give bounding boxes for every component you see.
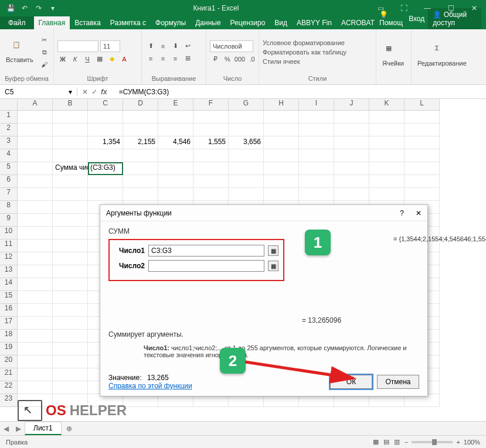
zoom-out-icon[interactable]: − xyxy=(405,439,408,446)
col-e[interactable]: E xyxy=(158,99,193,111)
cell-A21[interactable] xyxy=(18,368,53,381)
row-head[interactable]: 2 xyxy=(0,124,18,136)
cell-C5[interactable]: (C3:G3) xyxy=(88,162,123,175)
cell-C6[interactable] xyxy=(88,175,123,188)
tab-layout[interactable]: Разметка с xyxy=(106,16,151,29)
cell-A18[interactable] xyxy=(18,330,53,343)
cell-A22[interactable] xyxy=(18,381,53,394)
cell-A15[interactable] xyxy=(18,291,53,304)
cell-D3[interactable]: 2,155 xyxy=(123,136,158,149)
arg2-refedit-icon[interactable]: ▦ xyxy=(268,261,278,271)
cell-L3[interactable] xyxy=(405,136,440,149)
row-head[interactable]: 9 xyxy=(0,214,18,227)
bold-icon[interactable]: Ж xyxy=(57,54,68,64)
sheet-nav-prev-icon[interactable]: ◀ xyxy=(0,425,12,433)
cell-C2[interactable] xyxy=(88,124,123,136)
cell-B1[interactable] xyxy=(53,111,88,124)
row-head[interactable]: 18 xyxy=(0,330,18,343)
row-head[interactable]: 19 xyxy=(0,343,18,355)
cell-K5[interactable] xyxy=(369,162,405,175)
cell-B18[interactable] xyxy=(53,330,88,343)
format-painter-icon[interactable]: 🖌 xyxy=(39,59,50,70)
customize-qat-icon[interactable]: ▾ xyxy=(47,2,59,14)
cancel-button[interactable]: Отмена xyxy=(377,375,419,389)
cell-I4[interactable] xyxy=(299,149,334,162)
number-format-select[interactable]: Числовой xyxy=(210,40,253,52)
cell-styles-button[interactable]: Стили ячеек xyxy=(263,58,346,65)
fill-color-icon[interactable]: ◆ xyxy=(107,54,117,64)
cell-G5[interactable] xyxy=(229,162,264,175)
align-center-icon[interactable]: ≡ xyxy=(158,53,168,64)
col-c[interactable]: C xyxy=(88,99,123,111)
cell-F3[interactable]: 1,555 xyxy=(193,136,229,149)
cell-J3[interactable] xyxy=(334,136,369,149)
cell-I2[interactable] xyxy=(299,124,334,136)
tab-formulas[interactable]: Формулы xyxy=(151,16,191,29)
ribbon-options-icon[interactable]: ▭ xyxy=(369,4,392,12)
cell-L4[interactable] xyxy=(405,149,440,162)
tab-data[interactable]: Данные xyxy=(191,16,225,29)
chevron-down-icon[interactable]: ▾ xyxy=(69,88,72,96)
cell-J4[interactable] xyxy=(334,149,369,162)
cell-B19[interactable] xyxy=(53,343,88,355)
row-head[interactable]: 23 xyxy=(0,394,18,407)
cell-A1[interactable] xyxy=(18,111,53,124)
align-bottom-icon[interactable]: ⬇ xyxy=(170,41,181,52)
cell-B21[interactable] xyxy=(53,368,88,381)
inc-decimal-icon[interactable]: .0 xyxy=(247,54,257,64)
cell-J5[interactable] xyxy=(334,162,369,175)
cell-J7[interactable] xyxy=(334,188,369,201)
cell-L6[interactable] xyxy=(405,175,440,188)
cell-H3[interactable] xyxy=(264,136,299,149)
cell-L1[interactable] xyxy=(405,111,440,124)
maximize-icon[interactable]: ☐ xyxy=(439,4,463,12)
zoom-control[interactable]: − + 100% xyxy=(405,439,480,446)
cell-J6[interactable] xyxy=(334,175,369,188)
row-head[interactable]: 14 xyxy=(0,278,18,291)
tab-abbyy[interactable]: ABBYY Fin xyxy=(292,16,337,29)
cell-H4[interactable] xyxy=(264,149,299,162)
cell-E3[interactable]: 4,546 xyxy=(158,136,193,149)
cell-B6[interactable] xyxy=(53,175,88,188)
cell-H2[interactable] xyxy=(264,124,299,136)
cell-A20[interactable] xyxy=(18,355,53,368)
cell-L2[interactable] xyxy=(405,124,440,136)
enter-formula-icon[interactable]: ✓ xyxy=(91,88,97,96)
cell-I1[interactable] xyxy=(299,111,334,124)
italic-icon[interactable]: К xyxy=(70,54,80,64)
cancel-formula-icon[interactable]: ✕ xyxy=(82,88,88,96)
align-right-icon[interactable]: ≡ xyxy=(170,53,181,64)
cell-E2[interactable] xyxy=(158,124,193,136)
currency-icon[interactable]: ₽ xyxy=(210,54,220,64)
percent-icon[interactable]: % xyxy=(222,54,233,64)
cell-C1[interactable] xyxy=(88,111,123,124)
cell-B14[interactable] xyxy=(53,278,88,291)
cell-I6[interactable] xyxy=(299,175,334,188)
tab-acrobat[interactable]: ACROBAT xyxy=(337,16,379,29)
row-head[interactable]: 20 xyxy=(0,355,18,368)
cell-H5[interactable] xyxy=(264,162,299,175)
sheet-nav-next-icon[interactable]: ▶ xyxy=(12,425,25,433)
row-head[interactable]: 4 xyxy=(0,149,18,162)
cell-K4[interactable] xyxy=(369,149,405,162)
cell-A12[interactable] xyxy=(18,252,53,265)
row-head[interactable]: 5 xyxy=(0,162,18,175)
cell-C4[interactable] xyxy=(88,149,123,162)
fx-icon[interactable]: fx xyxy=(101,88,111,96)
cut-icon[interactable]: ✂ xyxy=(39,35,50,45)
cell-A6[interactable] xyxy=(18,175,53,188)
cell-A3[interactable] xyxy=(18,136,53,149)
font-size-input[interactable]: 11 xyxy=(100,40,120,52)
cell-K1[interactable] xyxy=(369,111,405,124)
col-d[interactable]: D xyxy=(123,99,158,111)
col-f[interactable]: F xyxy=(193,99,229,111)
col-k[interactable]: K xyxy=(369,99,405,111)
cell-E1[interactable] xyxy=(158,111,193,124)
cell-J1[interactable] xyxy=(334,111,369,124)
cell-I7[interactable] xyxy=(299,188,334,201)
minimize-icon[interactable]: — xyxy=(416,4,439,12)
row-head[interactable]: 6 xyxy=(0,175,18,188)
paste-button[interactable]: 📋Вставить xyxy=(4,40,36,64)
sheet-tab[interactable]: Лист1 xyxy=(25,422,62,435)
row-head[interactable]: 21 xyxy=(0,368,18,381)
